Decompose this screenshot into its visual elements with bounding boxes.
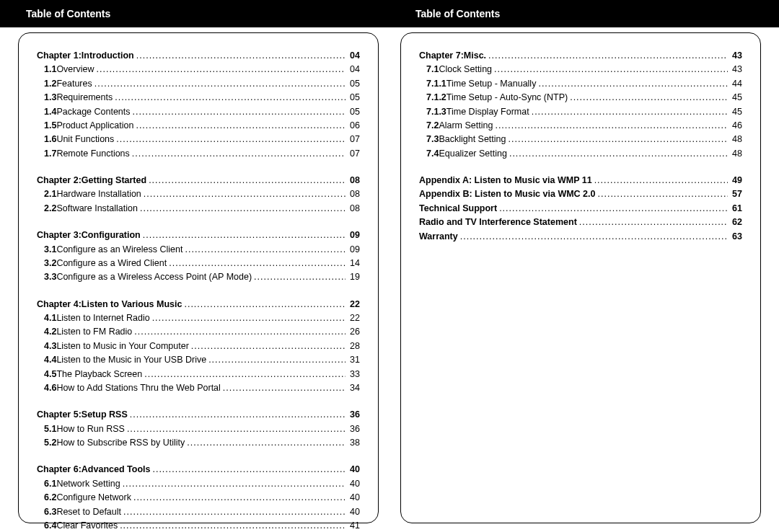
toc-entry-title: Configure as an Wireless Client: [56, 243, 182, 257]
toc-entry-page: 14: [346, 257, 360, 270]
toc-entry-number: Chapter 3:: [37, 229, 82, 242]
toc-chapter-row: Chapter 6: Advanced Tools 40: [37, 463, 360, 476]
toc-entry-title: Alarm Setting: [439, 119, 493, 133]
toc-entry-title: Configuration: [82, 229, 141, 242]
toc-entry-title: Setup RSS: [82, 408, 128, 422]
toc-entry-number: 2.1: [44, 187, 56, 201]
toc-frame-left: Chapter 1: Introduction 041.1 Overview 0…: [18, 32, 379, 523]
toc-chapter-row: Appendix A: Listen to Music via WMP 11 4…: [419, 174, 742, 187]
toc-entry-number: 4.4: [44, 353, 56, 367]
toc-section: Chapter 7: Misc. 437.1 Clock Setting 437…: [419, 49, 742, 161]
toc-entry-page: 62: [728, 216, 742, 229]
toc-sub-row: 7.1.2 Time Setup - Auto-Sync (NTP) 45: [419, 91, 742, 105]
toc-entry-title: Unit Functions: [56, 133, 114, 146]
toc-entry-page: 36: [346, 408, 360, 422]
toc-entry-title: Advanced Tools: [82, 463, 151, 476]
toc-leader-dots: [458, 230, 728, 244]
toc-entry-title: The Playback Screen: [56, 368, 142, 381]
toc-entry-page: 04: [346, 63, 360, 76]
toc-entry-number: 4.1: [44, 311, 56, 325]
toc-entry-number: Chapter 6:: [37, 463, 82, 476]
toc-entry-title: Package Contents: [56, 105, 130, 119]
toc-sub-row: 5.2 How to Subscribe RSS by Utility 38: [37, 436, 360, 450]
toc-leader-dots: [141, 229, 346, 242]
toc-entry-number: 2.2: [44, 202, 56, 216]
toc-entry-number: 1.4: [44, 105, 56, 119]
toc-chapter-row: Chapter 1: Introduction 04: [37, 49, 360, 63]
toc-entry-number: 7.1.3: [426, 105, 446, 119]
toc-entry-page: 63: [728, 230, 742, 244]
toc-entry-number: 7.4: [426, 147, 439, 161]
toc-chapter-row: Radio and TV Interference Statement 62: [419, 216, 742, 229]
toc-leader-dots: [142, 368, 346, 381]
toc-sub-row: 7.3 Backlight Setting 48: [419, 133, 742, 146]
toc-entry-page: 61: [728, 202, 742, 216]
toc-chapter-row: Chapter 7: Misc. 43: [419, 49, 742, 63]
toc-leader-dots: [128, 408, 346, 422]
toc-leader-dots: [493, 119, 728, 133]
toc-entry-number: 7.1.1: [426, 77, 446, 91]
toc-section: Chapter 4: Listen to Various Music 224.1…: [37, 298, 360, 396]
toc-leader-dots: [133, 119, 346, 133]
toc-leader-dots: [568, 91, 728, 105]
toc-entry-page: 40: [346, 505, 360, 519]
toc-entry-page: 22: [346, 311, 360, 325]
toc-leader-dots: [141, 187, 346, 201]
toc-entry-page: 45: [728, 105, 742, 119]
toc-sub-row: 1.2 Features 05: [37, 77, 360, 91]
toc-leader-dots: [536, 77, 728, 91]
toc-entry-page: 06: [346, 119, 360, 133]
toc-entry-number: 1.6: [44, 133, 56, 146]
toc-entry-number: 7.1.2: [426, 91, 446, 105]
toc-entry-title: Overview: [56, 63, 94, 76]
toc-entry-title: Hardware Installation: [56, 187, 141, 201]
toc-sub-row: 5.1 How to Run RSS 36: [37, 422, 360, 436]
toc-entry-page: 40: [346, 477, 360, 491]
toc-leader-dots: [592, 174, 728, 187]
toc-leader-dots: [507, 147, 728, 161]
toc-leader-dots: [121, 505, 346, 519]
toc-entry-title: Listen to Music in Your Computer: [56, 340, 188, 353]
page-left: Table of Contents Chapter 1: Introductio…: [0, 0, 390, 532]
toc-sub-row: 6.2 Configure Network 40: [37, 491, 360, 505]
toc-entry-number: Chapter 5:: [37, 408, 82, 422]
toc-sub-row: 4.3 Listen to Music in Your Computer 28: [37, 340, 360, 353]
toc-sub-row: 4.5 The Playback Screen 33: [37, 368, 360, 381]
toc-entry-title: Requirements: [56, 91, 113, 105]
toc-entry-title: Misc.: [464, 49, 486, 63]
toc-leader-dots: [150, 463, 346, 476]
toc-entry-page: 48: [728, 133, 742, 146]
toc-sub-row: 1.6 Unit Functions 07: [37, 133, 360, 146]
toc-entry-title: Configure Network: [56, 491, 131, 505]
toc-entry-title: Introduction: [82, 49, 134, 63]
toc-chapter-row: Appendix B: Listen to Music via WMC 2.0 …: [419, 187, 742, 201]
toc-sub-row: 7.1 Clock Setting 43: [419, 63, 742, 76]
toc-entry-page: 05: [346, 105, 360, 119]
toc-entry-title: Listen to the Music in Your USB Drive: [56, 353, 206, 367]
toc-chapter-row: Chapter 5: Setup RSS 36: [37, 408, 360, 422]
page-header-left: Table of Contents: [0, 0, 390, 27]
page-right: Table of Contents Chapter 7: Misc. 437.1…: [390, 0, 779, 532]
toc-entry-page: 07: [346, 147, 360, 161]
toc-entry-page: 34: [346, 381, 360, 395]
toc-entry-page: 09: [346, 243, 360, 257]
toc-chapter-row: Chapter 2: Getting Started 08: [37, 174, 360, 187]
toc-entry-title: Software Installation: [56, 202, 138, 216]
toc-entry-page: 31: [346, 353, 360, 367]
toc-entry-number: 1.2: [44, 77, 56, 91]
toc-entry-title: How to Subscribe RSS by Utility: [56, 436, 185, 450]
toc-entry-page: 43: [728, 63, 742, 76]
toc-leader-dots: [132, 325, 346, 339]
toc-entry-title: Time Display Format: [446, 105, 529, 119]
toc-sub-row: 7.4 Equalizer Setting 48: [419, 147, 742, 161]
toc-entry-title: Technical Support: [419, 202, 497, 216]
toc-entry-number: 5.1: [44, 422, 56, 436]
toc-entry-number: 7.1: [426, 63, 439, 76]
toc-entry-number: 1.3: [44, 91, 56, 105]
toc-leader-dots: [182, 243, 346, 257]
toc-entry-page: 08: [346, 174, 360, 187]
toc-entry-number: 4.3: [44, 340, 56, 353]
toc-entry-title: Listen to FM Radio: [56, 325, 132, 339]
toc-section: Chapter 5: Setup RSS 365.1 How to Run RS…: [37, 408, 360, 450]
toc-leader-dots: [206, 353, 346, 367]
